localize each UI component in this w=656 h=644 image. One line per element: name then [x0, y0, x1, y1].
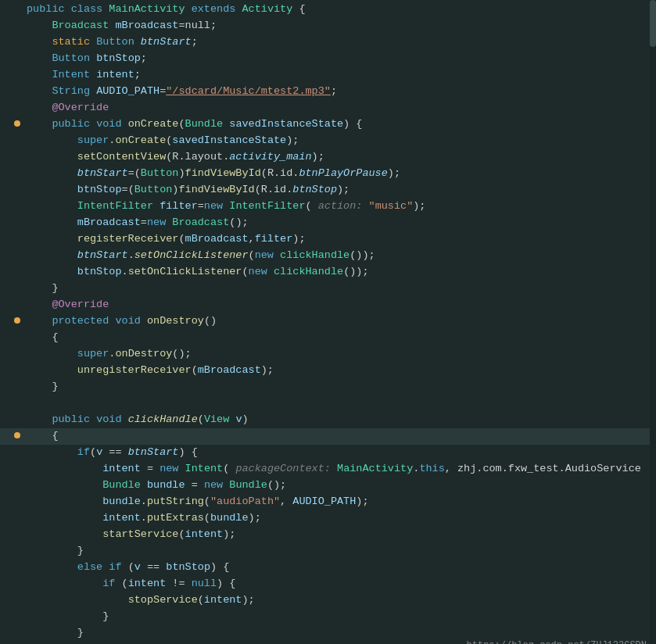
code-line-2: Broadcast mBroadcast=null;	[0, 18, 656, 34]
code-line-8: public void onCreate(Bundle savedInstanc…	[0, 116, 656, 133]
code-line-37: stopService(intent);	[0, 592, 656, 609]
code-text-34: }	[27, 543, 656, 560]
code-line-11: btnStart=(Button)findViewById(R.id.btnPl…	[0, 166, 656, 182]
code-line-20: protected void onDestroy()	[0, 313, 656, 330]
gutter-27	[6, 432, 20, 438]
code-text-1: public class MainActivity extends Activi…	[27, 2, 656, 18]
code-line-24: }	[0, 379, 656, 395]
code-text-8: public void onCreate(Bundle savedInstanc…	[27, 116, 656, 133]
code-line-33: startService(intent);	[0, 527, 656, 543]
code-text-27: {	[27, 428, 656, 445]
code-line-21: {	[0, 330, 656, 346]
code-text-21: {	[27, 330, 656, 346]
code-line-27: {	[0, 428, 656, 445]
breakpoint-dot-8[interactable]	[14, 120, 20, 127]
code-line-1: public class MainActivity extends Activi…	[0, 2, 656, 18]
code-line-4: Button btnStop;	[0, 51, 656, 67]
code-text-6: String AUDIO_PATH="/sdcard/Music/mtest2.…	[27, 84, 656, 100]
code-line-28: if(v == btnStart) {	[0, 445, 656, 461]
code-line-3: static Button btnStart;	[0, 34, 656, 51]
code-text-23: unregisterReceiver(mBroadcast);	[27, 363, 656, 379]
code-text-35: else if (v == btnStop) {	[27, 560, 656, 576]
code-text-30: Bundle bundle = new Bundle();	[27, 478, 656, 494]
code-text-14: mBroadcast=new Broadcast();	[27, 215, 656, 231]
gutter-20	[6, 317, 20, 324]
code-line-35: else if (v == btnStop) {	[0, 560, 656, 576]
code-text-37: stopService(intent);	[27, 592, 656, 609]
code-line-19: @Override	[0, 297, 656, 313]
code-text-31: bundle.putString("audioPath", AUDIO_PATH…	[27, 494, 656, 510]
code-text-26: public void clickHandle(View v)	[27, 412, 656, 428]
code-line-14: mBroadcast=new Broadcast();	[0, 215, 656, 231]
code-line-5: Intent intent;	[0, 67, 656, 84]
code-text-13: IntentFilter filter=new IntentFilter( ac…	[27, 199, 656, 215]
code-text-29: intent = new Intent( packageContext: Mai…	[27, 461, 656, 478]
code-text-19: @Override	[27, 297, 656, 313]
code-line-15: registerReceiver(mBroadcast,filter);	[0, 231, 656, 248]
code-text-33: startService(intent);	[27, 527, 656, 543]
code-line-31: bundle.putString("audioPath", AUDIO_PATH…	[0, 494, 656, 510]
code-text-28: if(v == btnStart) {	[27, 445, 656, 461]
code-text-3: static Button btnStart;	[27, 34, 656, 51]
code-text-9: super.onCreate(savedInstanceState);	[27, 133, 656, 149]
code-line-6: String AUDIO_PATH="/sdcard/Music/mtest2.…	[0, 84, 656, 100]
code-editor: public class MainActivity extends Activi…	[0, 0, 656, 644]
breakpoint-dot-27[interactable]	[14, 432, 20, 438]
code-text-22: super.onDestroy();	[27, 346, 656, 363]
code-text-24: }	[27, 379, 656, 395]
code-line-26: public void clickHandle(View v)	[0, 412, 656, 428]
blog-url: https://blog.csdn.net/ZHJ123CSDN	[467, 639, 647, 644]
vertical-scrollbar[interactable]	[650, 0, 656, 644]
code-text-5: Intent intent;	[27, 67, 656, 84]
code-line-22: super.onDestroy();	[0, 346, 656, 363]
code-line-12: btnStop=(Button)findViewById(R.id.btnSto…	[0, 182, 656, 199]
code-text-38: }	[27, 609, 656, 625]
code-line-9: super.onCreate(savedInstanceState);	[0, 133, 656, 149]
code-text-16: btnStart.setOnClickListener(new clickHan…	[27, 248, 656, 264]
code-text-25	[27, 395, 656, 412]
code-line-25	[0, 395, 656, 412]
code-text-11: btnStart=(Button)findViewById(R.id.btnPl…	[27, 166, 656, 182]
code-line-17: btnStop.setOnClickListener(new clickHand…	[0, 264, 656, 281]
code-line-32: intent.putExtras(bundle);	[0, 510, 656, 527]
breakpoint-dot-20[interactable]	[14, 317, 20, 324]
code-text-20: protected void onDestroy()	[27, 313, 656, 330]
code-line-23: unregisterReceiver(mBroadcast);	[0, 363, 656, 379]
code-text-7: @Override	[27, 100, 656, 116]
code-text-15: registerReceiver(mBroadcast,filter);	[27, 231, 656, 248]
code-line-7: @Override	[0, 100, 656, 116]
code-text-18: }	[27, 281, 656, 297]
code-text-17: btnStop.setOnClickListener(new clickHand…	[27, 264, 656, 281]
code-text-4: Button btnStop;	[27, 51, 656, 67]
code-text-36: if (intent != null) {	[27, 576, 656, 592]
code-line-29: intent = new Intent( packageContext: Mai…	[0, 461, 656, 478]
code-line-34: }	[0, 543, 656, 560]
code-line-10: setContentView(R.layout.activity_main);	[0, 149, 656, 166]
code-text-2: Broadcast mBroadcast=null;	[27, 18, 656, 34]
code-text-12: btnStop=(Button)findViewById(R.id.btnSto…	[27, 182, 656, 199]
gutter-8	[6, 120, 20, 127]
code-text-32: intent.putExtras(bundle);	[27, 510, 656, 527]
code-line-38: }	[0, 609, 656, 625]
code-line-30: Bundle bundle = new Bundle();	[0, 478, 656, 494]
code-line-36: if (intent != null) {	[0, 576, 656, 592]
scrollbar-thumb[interactable]	[650, 0, 656, 47]
code-line-16: btnStart.setOnClickListener(new clickHan…	[0, 248, 656, 264]
code-text-10: setContentView(R.layout.activity_main);	[27, 149, 656, 166]
code-line-13: IntentFilter filter=new IntentFilter( ac…	[0, 199, 656, 215]
code-line-18: }	[0, 281, 656, 297]
